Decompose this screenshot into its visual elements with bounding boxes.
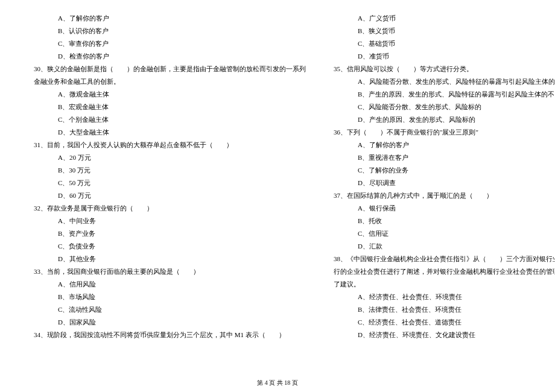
left-column: A、了解你的客户 B、认识你的客户 C、审查你的客户 D、检查你的客户 30、狭… xyxy=(24,12,306,374)
option-text: B、狭义货币 xyxy=(324,25,555,37)
option-text: B、产生的原因、发生的形式、风险特征的暴露与引起风险主体的不同 xyxy=(324,88,555,101)
option-text: C、负债业务 xyxy=(24,240,306,253)
option-text: D、大型金融主体 xyxy=(24,126,306,139)
option-text: C、审查你的客户 xyxy=(24,37,306,50)
option-text: C、基础货币 xyxy=(324,37,555,50)
option-text: D、尽职调查 xyxy=(324,177,555,189)
option-text: A、广义货币 xyxy=(324,12,555,25)
question-text: 36、下列（ ）不属于商业银行的"展业三原则" xyxy=(324,126,555,139)
option-text: A、风险能否分散、发生的形式、风险特征的暴露与引起风险主体的不同 xyxy=(324,75,555,88)
option-text: B、市场风险 xyxy=(24,291,306,303)
option-text: A、中间业务 xyxy=(24,215,306,227)
option-text: C、经济责任、社会责任、道德责任 xyxy=(324,316,555,329)
option-text: A、经济责任、社会责任、环境责任 xyxy=(324,291,555,303)
option-text: C、个别金融主体 xyxy=(24,113,306,126)
question-text: 37、在国际结算的几种方式中，属于顺汇的是（ ） xyxy=(324,189,555,202)
option-text: D、检查你的客户 xyxy=(24,50,306,63)
question-text: 31、目前，我国个人投资人认购的大额存单起点金额不低于（ ） xyxy=(24,139,306,151)
right-column: A、广义货币 B、狭义货币 C、基础货币 D、准货币 35、信用风险可以按（ ）… xyxy=(324,12,555,374)
page-footer: 第 4 页 共 18 页 xyxy=(0,379,555,387)
option-text: B、30 万元 xyxy=(24,164,306,177)
option-text: A、银行保函 xyxy=(324,202,555,215)
option-text: B、托收 xyxy=(324,215,555,227)
option-text: C、了解你的业务 xyxy=(324,164,555,177)
option-text: C、风险能否分散、发生的形式、风险标的 xyxy=(324,101,555,113)
question-text: 30、狭义的金融创新是指（ ）的金融创新，主要是指由于金融管制的放松而引发的一系… xyxy=(24,63,306,75)
option-text: C、信用证 xyxy=(324,227,555,240)
question-text: 33、当前，我国商业银行面临的最主要的风险是（ ） xyxy=(24,265,306,278)
option-text: B、宏观金融主体 xyxy=(24,101,306,113)
option-text: A、了解你的客户 xyxy=(324,139,555,151)
option-text: A、微观金融主体 xyxy=(24,88,306,101)
option-text: B、法律责任、社会责任、环境责任 xyxy=(324,303,555,316)
option-text: D、其他业务 xyxy=(24,253,306,265)
option-text: D、经济责任、环境责任、文化建设责任 xyxy=(324,329,555,341)
question-text: 34、现阶段，我国按流动性不同将货币供应量划分为三个层次，其中 M1 表示（ ） xyxy=(24,329,306,341)
option-text: A、信用风险 xyxy=(24,278,306,291)
option-text: D、60 万元 xyxy=(24,189,306,202)
option-text: A、了解你的客户 xyxy=(24,12,306,25)
option-text: D、产生的原因、发生的形式、风险标的 xyxy=(324,113,555,126)
question-text: 32、存款业务是属于商业银行的（ ） xyxy=(24,202,306,215)
option-text: D、准货币 xyxy=(324,50,555,63)
option-text: B、认识你的客户 xyxy=(24,25,306,37)
option-text: A、20 万元 xyxy=(24,151,306,164)
question-continuation: 了建议。 xyxy=(324,278,555,291)
option-text: D、国家风险 xyxy=(24,316,306,329)
option-text: B、资产业务 xyxy=(24,227,306,240)
option-text: D、汇款 xyxy=(324,240,555,253)
question-text: 38、《中国银行业金融机构企业社会责任指引》从（ ）三个方面对银行业金融机构应该… xyxy=(324,253,555,265)
question-text: 35、信用风险可以按（ ）等方式进行分类。 xyxy=(324,63,555,75)
option-text: B、重视潜在客户 xyxy=(324,151,555,164)
option-text: C、50 万元 xyxy=(24,177,306,189)
option-text: C、流动性风险 xyxy=(24,303,306,316)
question-continuation: 行的企业社会责任进行了阐述，并对银行业金融机构履行企业社会责任的管理机制和制度提… xyxy=(324,265,555,278)
two-column-layout: A、了解你的客户 B、认识你的客户 C、审查你的客户 D、检查你的客户 30、狭… xyxy=(24,12,531,374)
question-continuation: 金融业务和金融工具的创新。 xyxy=(24,75,306,88)
